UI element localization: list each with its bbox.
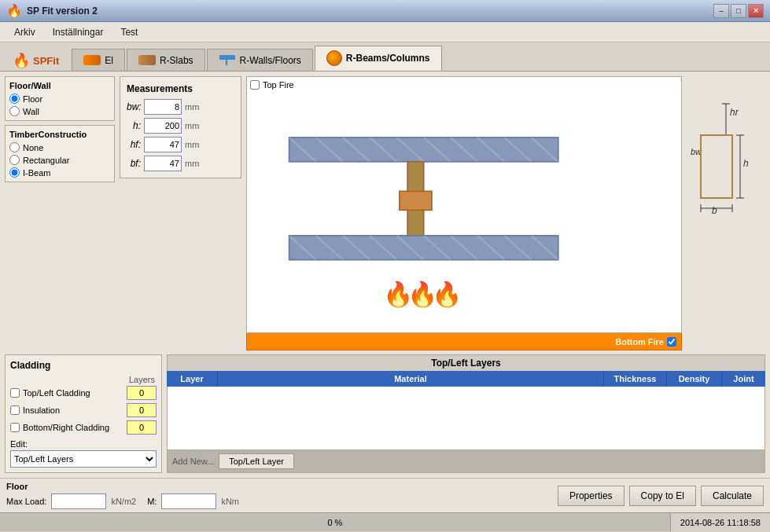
wall-label: Wall [23,107,39,116]
bf-unit: mm [185,159,199,168]
insulation-row: Insulation [10,403,157,417]
calculate-button[interactable]: Calculate [701,486,764,506]
hf-input[interactable] [144,137,182,152]
bottom-right-cladding-row: Bottom/Right Cladding [10,420,157,435]
bw-input[interactable] [144,99,182,115]
progress-text: 0 % [327,518,342,527]
floor-title: Floor [6,482,239,491]
floor-radio-item[interactable]: Floor [9,94,110,104]
add-layer-bar: Add New... Top/Left Layer [167,450,765,473]
bw-unit: mm [185,102,199,112]
col-thickness-header: Thickness [604,371,667,387]
bf-label: bf: [127,158,141,169]
add-new-label: Add New... [172,457,214,466]
none-radio-item[interactable]: None [9,142,110,152]
floor-wall-title: Floor/Wall [9,81,110,90]
bottom-right-cladding-label: Bottom/Right Cladding [23,423,123,432]
svg-rect-35 [701,135,732,198]
tab-rslabs[interactable]: R-Slabs [127,49,205,71]
menu-installningar[interactable]: Inställningar [45,24,112,40]
progress-indicator: 0 % [0,513,671,531]
tab-rbeams-label: R-Beams/Columns [346,53,430,64]
diagram-area: Top Fire [246,76,682,333]
status-bar: 0 % 2014-08-26 11:18:58 [0,512,770,531]
rbeams-tab-icon [326,50,342,66]
add-layer-button[interactable]: Top/Left Layer [219,453,294,469]
top-left-cladding-input[interactable] [127,386,157,400]
bf-row: bf: mm [127,156,234,171]
action-buttons: Properties Copy to El Calculate [558,486,764,506]
top-fire-checkbox[interactable] [250,80,260,90]
ibeam-label: I-Beam [23,168,50,178]
copy-to-el-button[interactable]: Copy to El [629,486,696,506]
rectangular-radio[interactable] [9,155,20,165]
edit-label: Edit: [10,439,157,449]
max-load-input[interactable] [51,493,106,509]
app-logo: 🔥 SPFit [6,50,65,71]
tab-rbeams[interactable]: R-Beams/Columns [315,46,442,71]
insulation-label: Insulation [23,405,123,415]
timber-construction-section: TimberConstructio None Rectangular I-Bea… [5,125,115,182]
bottom-right-cladding-checkbox[interactable] [10,423,20,432]
diagram-annotations: hr bw h [687,76,765,350]
menu-bar: Arkiv Inställningar Test [0,22,770,42]
tab-rwalls[interactable]: R-Walls/Floors [207,49,313,71]
menu-arkiv[interactable]: Arkiv [6,24,43,40]
measurements-title: Measurements [127,83,234,94]
tab-el-label: El [105,55,113,66]
ibeam-radio[interactable] [9,167,20,178]
measurements-section: Measurements bw: mm h: mm hf: mm [120,76,241,178]
bottom-right-cladding-input[interactable] [127,420,157,435]
floor-section: Floor Max Load: kN/m2 M: kNm [6,482,239,509]
insulation-checkbox[interactable] [10,405,20,415]
cladding-title: Cladding [10,360,157,371]
close-button[interactable]: ✕ [748,4,764,18]
insulation-input[interactable] [127,403,157,417]
m-label: M: [147,497,157,506]
top-left-cladding-label: Top/Left Cladding [23,388,123,398]
wall-radio[interactable] [9,106,20,116]
hf-row: hf: mm [127,137,234,152]
ibeam-diagram: 🔥 🔥 🔥 [247,77,681,332]
ibeam-radio-item[interactable]: I-Beam [9,167,110,178]
annotations-svg: hr bw h [687,92,765,241]
col-layer-header: Layer [167,371,218,387]
menu-test[interactable]: Test [112,24,146,40]
h-label: h: [127,120,141,131]
app-title: SP Fit version 2 [27,6,98,17]
rslabs-tab-icon [138,55,156,65]
layers-panel: Top/Left Layers Layer Material Thickness… [167,354,765,473]
m-unit: kNm [221,497,239,506]
layers-column-header: Layers [129,375,155,384]
floor-radio[interactable] [9,94,20,104]
bottom-fire-container[interactable]: Bottom Fire [615,337,676,347]
bottom-fire-bar: Bottom Fire [246,333,682,350]
h-input[interactable] [144,118,182,134]
layers-table-body [167,387,765,450]
datetime-display: 2014-08-26 11:18:58 [671,518,770,527]
h-row: h: mm [127,118,234,134]
top-left-cladding-checkbox[interactable] [10,388,20,398]
m-input[interactable] [161,493,216,509]
col-joint-header: Joint [722,371,765,387]
tab-el[interactable]: El [72,49,125,71]
bf-input[interactable] [144,156,182,171]
bw-label: bw: [127,101,141,112]
rectangular-label: Rectangular [23,156,69,165]
none-radio[interactable] [9,142,20,152]
layers-headers: Layer Material Thickness Density Joint [167,371,765,387]
properties-button[interactable]: Properties [558,486,624,506]
layers-title: Top/Left Layers [167,354,765,371]
maximize-button[interactable]: □ [731,4,746,18]
hf-unit: mm [185,140,199,149]
minimize-button[interactable]: – [713,4,729,18]
floor-wall-section: Floor/Wall Floor Wall [5,76,115,121]
edit-section: Edit: Top/Left Layers Insulation Bottom/… [10,439,157,468]
h-unit: mm [185,121,199,130]
wall-radio-item[interactable]: Wall [9,106,110,116]
none-label: None [23,143,43,152]
bottom-fire-checkbox[interactable] [667,337,676,347]
col-density-header: Density [667,371,722,387]
edit-dropdown[interactable]: Top/Left Layers Insulation Bottom/Right … [10,450,157,468]
rectangular-radio-item[interactable]: Rectangular [9,155,110,165]
